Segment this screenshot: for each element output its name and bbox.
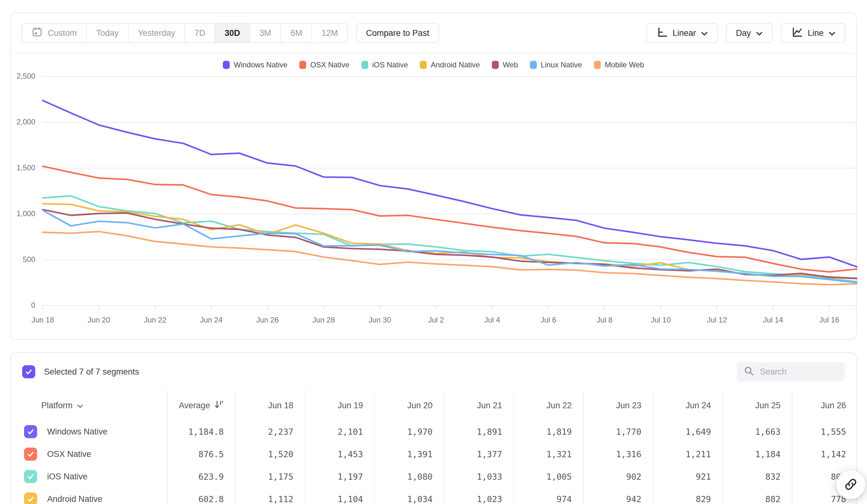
range-30d[interactable]: 30D: [215, 24, 250, 42]
row-checkbox[interactable]: [24, 470, 37, 483]
x-tick-label: Jun 30: [358, 316, 402, 324]
value-cell: 1,819: [513, 420, 583, 443]
value-cell: 1,142: [792, 443, 857, 465]
date-header-label: Jun 26: [821, 401, 846, 410]
y-tick-label: 500: [11, 255, 35, 264]
average-cell: 623.9: [167, 465, 235, 488]
series-line-web: [43, 210, 857, 278]
legend-item-linux-native[interactable]: Linux Native: [530, 61, 582, 69]
chevron-down-icon: [828, 29, 835, 38]
column-header-jun-19: Jun 19: [304, 391, 374, 420]
value-cell: 832: [722, 465, 792, 488]
value-cell: 1,023: [444, 488, 513, 504]
range-yesterday[interactable]: Yesterday: [128, 24, 184, 42]
range-today[interactable]: Today: [86, 24, 128, 42]
row-checkbox[interactable]: [24, 448, 37, 461]
date-header-label: Jun 18: [268, 401, 293, 410]
value-cell: 1,377: [444, 443, 513, 465]
scale-dropdown[interactable]: Linear: [646, 23, 718, 43]
series-line-android-native: [43, 204, 857, 278]
value-cell: 1,891: [444, 420, 513, 443]
legend-swatch: [492, 61, 499, 69]
date-header-label: Jun 22: [546, 401, 572, 410]
value-cell: 1,520: [235, 443, 304, 465]
x-tick-label: Jun 20: [77, 316, 121, 324]
value-cell: 1,034: [374, 488, 444, 504]
compare-to-past-button[interactable]: Compare to Past: [356, 23, 439, 43]
value-cell: 1,649: [653, 420, 722, 443]
platform-label: Android Native: [47, 494, 103, 504]
legend-item-android-native[interactable]: Android Native: [420, 61, 480, 69]
value-cell: 2,101: [304, 420, 374, 443]
value-cell: 1,211: [653, 443, 722, 465]
series-line-windows-native: [43, 100, 857, 267]
column-header-average[interactable]: Average: [167, 391, 235, 420]
legend-item-ios-native[interactable]: iOS Native: [361, 61, 408, 69]
legend-item-web[interactable]: Web: [492, 61, 518, 69]
series-line-ios-native: [43, 196, 857, 282]
average-header-label: Average: [179, 401, 210, 410]
x-tick-label: Jul 2: [414, 316, 458, 324]
table-row-ios-native: iOS Native623.91,1751,1971,0801,0331,005…: [11, 465, 856, 488]
legend-label: Mobile Web: [605, 61, 644, 69]
x-tick-label: Jun 22: [133, 316, 177, 324]
date-header-label: Jun 19: [338, 401, 363, 410]
legend-item-mobile-web[interactable]: Mobile Web: [594, 61, 644, 69]
value-cell: 1,770: [583, 420, 653, 443]
legend-item-osx-native[interactable]: OSX Native: [299, 61, 349, 69]
platform-cell: iOS Native: [11, 465, 167, 488]
column-header-platform[interactable]: Platform: [11, 391, 167, 420]
row-checkbox[interactable]: [24, 425, 37, 438]
row-checkbox[interactable]: [24, 492, 37, 504]
platform-label: Windows Native: [47, 427, 108, 437]
x-tick-label: Jun 26: [246, 316, 289, 324]
column-header-jun-24: Jun 24: [653, 391, 722, 420]
legend-swatch: [223, 61, 230, 69]
chart-type-dropdown[interactable]: Line: [781, 23, 845, 43]
value-cell: 1,555: [792, 420, 857, 443]
range-12m[interactable]: 12M: [311, 24, 347, 42]
date-header-label: Jun 23: [616, 401, 641, 410]
search-input[interactable]: [759, 367, 838, 377]
average-cell: 876.5: [167, 443, 235, 465]
y-tick-label: 1,500: [11, 163, 35, 172]
y-tick-label: 1,000: [11, 209, 35, 218]
sort-descending-icon: [214, 399, 224, 412]
interval-dropdown[interactable]: Day: [726, 23, 773, 43]
x-tick-label: Jul 4: [470, 316, 514, 324]
value-cell: 902: [583, 465, 653, 488]
platform-header-label: Platform: [41, 401, 73, 410]
segments-header-row: Selected 7 of 7 segments: [11, 353, 856, 391]
value-cell: 921: [653, 465, 722, 488]
range-custom[interactable]: Custom: [22, 24, 86, 42]
x-tick-label: Jul 10: [639, 316, 683, 324]
value-cell: 1,033: [444, 465, 513, 488]
table-row-android-native: Android Native602.81,1121,1041,0341,0239…: [11, 488, 856, 504]
legend-swatch: [530, 61, 537, 69]
range-7d[interactable]: 7D: [184, 24, 215, 42]
date-header-label: Jun 24: [686, 401, 711, 410]
range-3m[interactable]: 3M: [249, 24, 281, 42]
column-header-jun-20: Jun 20: [374, 391, 444, 420]
segments-table-card: Selected 7 of 7 segments PlatformAverage…: [10, 352, 857, 504]
value-cell: 974: [513, 488, 583, 504]
table-row-osx-native: OSX Native876.51,5201,4531,3911,3771,321…: [11, 443, 856, 465]
link-icon: [844, 478, 858, 492]
search-icon: [744, 366, 754, 378]
range-label: 30D: [225, 29, 240, 38]
select-all-checkbox[interactable]: [22, 365, 35, 378]
line-chart-icon: [791, 26, 803, 40]
chart-legend: Windows NativeOSX NativeiOS NativeAndroi…: [11, 61, 856, 69]
average-cell: 602.8: [167, 488, 235, 504]
legend-label: Android Native: [431, 61, 480, 69]
value-cell: 1,453: [304, 443, 374, 465]
range-label: 12M: [321, 29, 338, 38]
range-label: Today: [96, 29, 119, 38]
value-cell: 882: [722, 488, 792, 504]
legend-label: OSX Native: [310, 61, 349, 69]
share-link-button[interactable]: [836, 470, 865, 499]
range-6m[interactable]: 6M: [281, 24, 312, 42]
legend-item-windows-native[interactable]: Windows Native: [223, 61, 287, 69]
table-header-row: PlatformAverageJun 18Jun 19Jun 20Jun 21J…: [11, 391, 856, 420]
linear-axis-icon: [656, 26, 667, 40]
